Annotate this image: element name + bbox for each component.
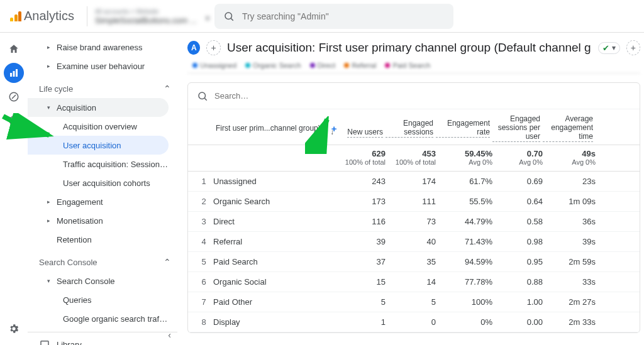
data-table-card: First user prim...channel group) ▾ + ↓Ne…	[187, 82, 640, 333]
table-row[interactable]: 1 Unassigned 243 174 61.7% 0.69 23s	[188, 172, 640, 192]
search-icon	[197, 90, 208, 102]
search-input[interactable]	[242, 11, 445, 21]
table-search-row	[188, 83, 640, 109]
sort-desc-icon: ↓	[330, 128, 334, 136]
row-index: 4	[194, 237, 213, 246]
table-search-input[interactable]	[214, 91, 631, 101]
col-engagement-rate[interactable]: Engagement rate	[436, 119, 492, 138]
row-index: 5	[194, 257, 213, 266]
table-row[interactable]: 8 Display 1 0 0% 0.00 2m 33s	[188, 312, 640, 332]
sidebar-item-traffic-acquisition[interactable]: Traffic acquisition: Session…	[28, 155, 177, 173]
table-row[interactable]: 5 Paid Search 37 35 94.59% 0.95 2m 59s	[188, 252, 640, 272]
svg-point-7	[12, 119, 16, 123]
svg-rect-8	[41, 341, 48, 345]
sidebar-item-user-acquisition-cohorts[interactable]: User acquisition cohorts	[28, 173, 177, 192]
svg-point-9	[199, 92, 206, 99]
row-value: 0.58	[492, 217, 543, 226]
chevron-up-icon: ⌃	[164, 84, 171, 94]
search-bar[interactable]	[214, 4, 453, 29]
table-row[interactable]: 2 Organic Search 173 111 55.5% 0.64 1m 0…	[188, 192, 640, 212]
reports-icon[interactable]	[4, 63, 24, 83]
library-icon	[39, 339, 50, 345]
caret-down-icon: ▾	[45, 104, 52, 111]
svg-rect-4	[16, 69, 18, 77]
row-value: 61.7%	[436, 177, 492, 186]
account-selector[interactable]: All accounts > Website SimpleSocialButto…	[95, 8, 209, 25]
sidebar-library[interactable]: Library	[28, 332, 177, 345]
table-row[interactable]: 7 Paid Other 5 5 100% 1.00 2m 27s	[188, 292, 640, 312]
sidebar-item-user-acquisition[interactable]: User acquisition	[28, 136, 169, 155]
collapse-sidebar-chevron-icon[interactable]: ‹	[168, 330, 171, 340]
sidebar-item-search-console[interactable]: ▾Search Console	[28, 271, 177, 290]
svg-point-0	[225, 13, 232, 19]
sidebar-item-engagement[interactable]: ▸Engagement	[28, 192, 177, 211]
row-value: 15	[339, 277, 386, 287]
table-row[interactable]: 4 Referral 39 40 71.43% 0.98 39s	[188, 232, 640, 252]
chevron-down-icon: ▾	[325, 125, 328, 132]
row-value: 0%	[436, 317, 492, 327]
row-dimension: Display	[213, 317, 339, 327]
add-card-button[interactable]: +	[626, 40, 640, 55]
col-engaged-sessions[interactable]: Engaged sessions	[386, 119, 436, 138]
svg-rect-2	[10, 73, 12, 77]
analytics-logo-icon	[10, 11, 21, 21]
row-index: 1	[194, 177, 213, 186]
admin-gear-icon[interactable]	[4, 319, 24, 339]
row-value: 0.88	[492, 277, 543, 287]
account-line1: All accounts > Website	[95, 8, 197, 16]
col-avg-engagement-time[interactable]: Average engagement time	[543, 114, 596, 142]
row-value: 33s	[543, 277, 596, 287]
row-dimension: Organic Social	[213, 277, 339, 287]
ga-logo[interactable]: Analytics	[5, 9, 79, 23]
row-value: 0.69	[492, 177, 543, 186]
row-value: 173	[339, 197, 386, 206]
topbar: Analytics All accounts > Website SimpleS…	[0, 0, 644, 33]
sidebar: ▸Raise brand awareness ▸Examine user beh…	[28, 33, 177, 345]
row-index: 7	[194, 297, 213, 307]
row-value: 36s	[543, 217, 596, 226]
chart-legend: Unassigned Organic Search Direct Referra…	[187, 60, 640, 74]
sidebar-section-life-cycle[interactable]: Life cycle⌃	[28, 79, 177, 98]
add-segment-button[interactable]: +	[206, 40, 220, 55]
row-value: 111	[386, 197, 436, 206]
sidebar-item-examine-user-behaviour[interactable]: ▸Examine user behaviour	[28, 57, 177, 75]
status-pill[interactable]: ✔▾	[598, 42, 620, 54]
table-row[interactable]: 6 Organic Social 15 14 77.78% 0.88 33s	[188, 272, 640, 292]
row-value: 94.59%	[436, 257, 492, 266]
row-value: 35	[386, 257, 436, 266]
search-icon	[223, 11, 235, 22]
caret-right-icon: ▸	[45, 199, 52, 205]
table-row[interactable]: 3 Direct 116 73 44.79% 0.58 36s	[188, 212, 640, 232]
sidebar-item-raise-brand-awareness[interactable]: ▸Raise brand awareness	[28, 38, 177, 57]
advertising-icon[interactable]	[4, 111, 24, 131]
divider	[87, 6, 87, 26]
main: A + User acquisition: First user primary…	[177, 33, 644, 345]
col-new-users[interactable]: ↓New users	[339, 119, 386, 138]
home-icon[interactable]	[4, 39, 24, 59]
row-value: 39s	[543, 237, 596, 246]
segment-chip[interactable]: A	[187, 41, 200, 55]
row-dimension: Paid Other	[213, 297, 339, 307]
dimension-picker[interactable]: First user prim...channel group) ▾ +	[213, 123, 339, 134]
row-value: 0	[386, 317, 436, 327]
sidebar-item-queries[interactable]: Queries	[28, 290, 177, 309]
row-value: 0.95	[492, 257, 543, 266]
row-value: 0.64	[492, 197, 543, 206]
sidebar-section-search-console[interactable]: Search Console⌃	[28, 253, 177, 271]
caret-right-icon: ▸	[45, 217, 52, 224]
svg-rect-3	[13, 71, 15, 77]
sidebar-item-gosc-traffic[interactable]: Google organic search traf…	[28, 309, 177, 328]
explore-icon[interactable]	[4, 87, 24, 107]
row-dimension: Unassigned	[213, 177, 339, 186]
sidebar-item-acquisition-overview[interactable]: Acquisition overview	[28, 117, 177, 136]
col-engaged-per-user[interactable]: Engaged sessions per user	[492, 114, 543, 142]
row-value: 55.5%	[436, 197, 492, 206]
row-value: 40	[386, 237, 436, 246]
row-value: 71.43%	[436, 237, 492, 246]
row-value: 174	[386, 177, 436, 186]
sidebar-item-acquisition[interactable]: ▾Acquisition	[28, 98, 169, 117]
sidebar-item-retention[interactable]: ▸Retention	[28, 230, 177, 249]
row-value: 243	[339, 177, 386, 186]
sidebar-item-monetisation[interactable]: ▸Monetisation	[28, 211, 177, 230]
row-dimension: Paid Search	[213, 257, 339, 266]
